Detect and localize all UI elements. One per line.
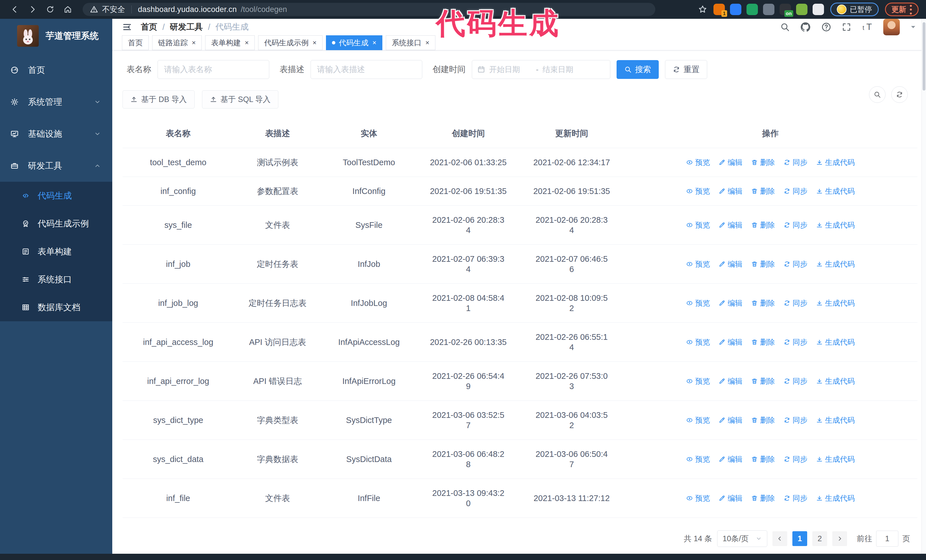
sidebar-item-系统管理[interactable]: 系统管理 [0,86,112,118]
action-preview[interactable]: 预览 [686,298,710,308]
close-tab-icon[interactable]: × [245,39,249,47]
breadcrumb-home[interactable]: 首页 [141,21,157,33]
action-sync[interactable]: 同步 [784,157,808,168]
action-delete[interactable]: 删除 [751,337,775,347]
tab-链路追踪[interactable]: 链路追踪× [152,35,202,50]
action-preview[interactable]: 预览 [686,157,710,168]
browser-update-button[interactable]: 更新 ••• [885,3,918,16]
action-sync[interactable]: 同步 [784,259,808,269]
fullscreen-icon[interactable] [842,22,851,32]
goto-page-input[interactable] [876,531,898,546]
app-logo-row[interactable]: 芋道管理系统 [0,19,112,54]
sidebar-item-首页[interactable]: 首页 [0,54,112,86]
browser-reload-button[interactable] [43,2,57,17]
action-generate-code[interactable]: 生成代码 [816,186,855,196]
sidebar-subitem-表单构建[interactable]: 表单构建 [0,237,112,266]
bookmark-star-icon[interactable] [698,5,707,14]
action-sync[interactable]: 同步 [784,298,808,308]
sidebar-item-研发工具[interactable]: 研发工具 [0,150,112,182]
action-delete[interactable]: 删除 [751,157,775,168]
search-button[interactable]: 搜索 [617,60,659,79]
action-generate-code[interactable]: 生成代码 [816,493,855,503]
action-preview[interactable]: 预览 [686,220,710,230]
prev-page-button[interactable] [772,531,787,546]
start-date-input[interactable] [489,65,532,74]
action-delete[interactable]: 删除 [751,454,775,464]
action-edit[interactable]: 编辑 [719,259,743,269]
hamburger-icon[interactable] [122,22,132,32]
action-edit[interactable]: 编辑 [719,157,743,168]
action-edit[interactable]: 编辑 [719,376,743,386]
github-icon[interactable] [800,22,811,32]
tab-首页[interactable]: 首页 [122,35,149,50]
action-edit[interactable]: 编辑 [719,454,743,464]
ext-blue-gem-icon[interactable] [730,4,741,15]
action-generate-code[interactable]: 生成代码 [816,337,855,347]
action-generate-code[interactable]: 生成代码 [816,220,855,230]
action-delete[interactable]: 删除 [751,259,775,269]
action-preview[interactable]: 预览 [686,493,710,503]
action-edit[interactable]: 编辑 [719,220,743,230]
action-sync[interactable]: 同步 [784,220,808,230]
reset-button[interactable]: 重置 [665,60,707,79]
ext-puzzle-icon[interactable] [813,4,824,15]
ext-orange-c-icon[interactable]: 1 [713,4,725,15]
close-tab-icon[interactable]: × [372,39,377,47]
action-edit[interactable]: 编辑 [719,493,743,503]
breadcrumb-devtools[interactable]: 研发工具 [170,21,203,33]
close-tab-icon[interactable]: × [313,39,316,47]
db-import-button[interactable]: 基于 DB 导入 [123,90,195,109]
action-edit[interactable]: 编辑 [719,186,743,196]
tab-代码生成[interactable]: 代码生成× [326,35,382,50]
action-generate-code[interactable]: 生成代码 [816,157,855,168]
sidebar-subitem-系统接口[interactable]: 系统接口 [0,266,112,293]
action-delete[interactable]: 删除 [751,376,775,386]
page-button-1[interactable]: 1 [792,531,807,546]
action-preview[interactable]: 预览 [686,259,710,269]
action-delete[interactable]: 删除 [751,415,775,425]
sidebar-subitem-代码生成[interactable]: 代码生成 [0,182,112,210]
page-size-select[interactable]: 10条/页 [717,530,767,547]
page-button-2[interactable]: 2 [812,531,827,546]
table-desc-input[interactable] [310,60,422,79]
ext-gray-grid-icon[interactable] [763,4,775,15]
ext-green-check-icon[interactable] [746,4,758,15]
table-name-input[interactable] [157,60,269,79]
browser-forward-button[interactable] [25,2,40,17]
chevron-down-icon[interactable] [910,24,916,30]
paused-extension-badge[interactable]: 已暂停 [830,3,879,16]
action-sync[interactable]: 同步 [784,493,808,503]
action-preview[interactable]: 预览 [686,415,710,425]
refresh-table-button[interactable] [891,86,908,103]
action-edit[interactable]: 编辑 [719,337,743,347]
address-bar[interactable]: 不安全 dashboard.yudao.iocoder.cn/tool/code… [83,3,655,16]
action-delete[interactable]: 删除 [751,220,775,230]
action-generate-code[interactable]: 生成代码 [816,415,855,425]
action-generate-code[interactable]: 生成代码 [816,376,855,386]
action-sync[interactable]: 同步 [784,186,808,196]
window-scrollbar[interactable] [921,19,926,554]
action-sync[interactable]: 同步 [784,454,808,464]
action-edit[interactable]: 编辑 [719,415,743,425]
ext-dark-on-icon[interactable]: on [779,4,791,15]
action-preview[interactable]: 预览 [686,376,710,386]
action-generate-code[interactable]: 生成代码 [816,259,855,269]
toggle-search-button[interactable] [869,86,885,103]
action-preview[interactable]: 预览 [686,454,710,464]
close-tab-icon[interactable]: × [425,39,430,47]
action-delete[interactable]: 删除 [751,493,775,503]
scrollbar-thumb[interactable] [923,22,925,91]
action-delete[interactable]: 删除 [751,186,775,196]
action-preview[interactable]: 预览 [686,337,710,347]
action-generate-code[interactable]: 生成代码 [816,454,855,464]
action-sync[interactable]: 同步 [784,337,808,347]
sidebar-subitem-数据库文档[interactable]: 数据库文档 [0,293,112,321]
sidebar-subitem-代码生成示例[interactable]: 代码生成示例 [0,210,112,237]
avatar[interactable] [883,19,900,35]
tab-表单构建[interactable]: 表单构建× [205,35,255,50]
ext-green-robot-icon[interactable] [796,4,808,15]
tab-代码生成示例[interactable]: 代码生成示例× [258,35,322,50]
close-tab-icon[interactable]: × [192,39,196,47]
search-icon[interactable] [780,22,790,32]
help-icon[interactable] [821,22,831,32]
